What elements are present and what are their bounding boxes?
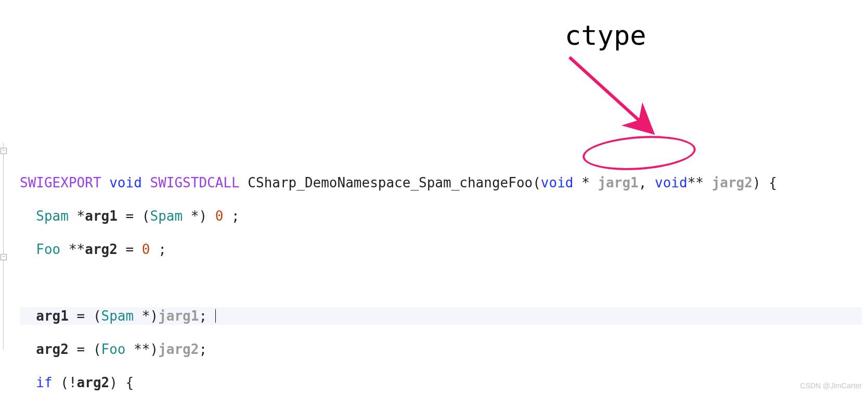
token-keyword: void bbox=[109, 175, 142, 190]
token-macro: SWIGSTDCALL bbox=[150, 175, 239, 190]
svg-line-0 bbox=[569, 57, 653, 133]
token-type: Foo bbox=[101, 341, 126, 357]
token-type: Spam bbox=[101, 308, 134, 324]
watermark: CSDN @JimCarter bbox=[800, 382, 862, 390]
token-ident: arg2 bbox=[77, 375, 110, 390]
code-block: SWIGEXPORT void SWIGSTDCALL CSharp_DemoN… bbox=[6, 143, 862, 394]
code-line-current: arg1 = (Spam *)jarg1; bbox=[20, 307, 862, 325]
text-cursor-icon bbox=[215, 309, 216, 323]
token-type: Spam bbox=[36, 208, 69, 224]
token-ident: arg1 bbox=[36, 308, 69, 324]
code-line bbox=[20, 274, 862, 291]
token-ident: arg2 bbox=[85, 242, 118, 257]
token-param: jarg1 bbox=[158, 308, 199, 324]
code-line: Foo **arg2 = 0 ; bbox=[20, 240, 862, 258]
token-type: Spam bbox=[150, 208, 183, 224]
token-keyword: if bbox=[36, 375, 52, 390]
code-line: if (!arg2) { bbox=[20, 374, 862, 391]
token-keyword: void bbox=[541, 175, 574, 190]
token-keyword: void bbox=[655, 175, 688, 190]
code-line: Spam *arg1 = (Spam *) 0 ; bbox=[20, 207, 862, 225]
token-param: jarg1 bbox=[598, 175, 638, 190]
token-ident: arg2 bbox=[36, 341, 69, 357]
token-param: jarg2 bbox=[712, 175, 753, 190]
code-line: arg2 = (Foo **)jarg2; bbox=[20, 340, 862, 358]
token-type: Foo bbox=[36, 242, 60, 257]
token-macro: SWIGEXPORT bbox=[20, 175, 101, 190]
annotation-label: ctype bbox=[565, 20, 646, 51]
token-num: 0 bbox=[215, 208, 224, 224]
token-param: jarg2 bbox=[158, 341, 199, 357]
token-num: 0 bbox=[142, 242, 150, 257]
token-ident: arg1 bbox=[85, 208, 118, 224]
token-ident: CSharp_DemoNamespace_Spam_changeFoo bbox=[248, 175, 533, 190]
code-line: SWIGEXPORT void SWIGSTDCALL CSharp_DemoN… bbox=[20, 174, 862, 192]
annotation-arrow-icon bbox=[551, 52, 676, 146]
